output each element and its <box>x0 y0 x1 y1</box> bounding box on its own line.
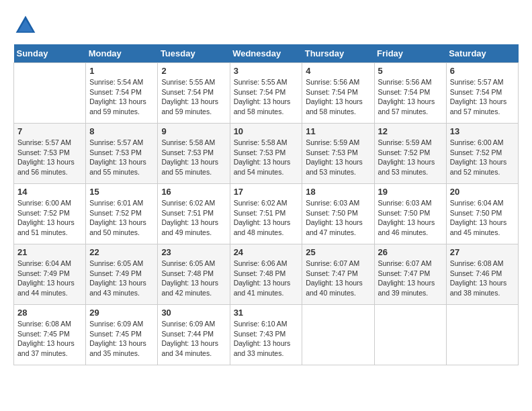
day-number: 29 <box>89 308 154 318</box>
calendar-cell: 14Sunrise: 6:00 AMSunset: 7:52 PMDayligh… <box>14 184 86 244</box>
calendar-week-row: 1Sunrise: 5:54 AMSunset: 7:54 PMDaylight… <box>14 63 519 124</box>
day-info: Sunrise: 6:07 AMSunset: 7:47 PMDaylight:… <box>306 259 370 298</box>
calendar-cell <box>446 305 518 365</box>
day-info: Sunrise: 6:00 AMSunset: 7:52 PMDaylight:… <box>17 198 82 238</box>
calendar-cell <box>302 305 374 365</box>
calendar-cell: 5Sunrise: 5:56 AMSunset: 7:54 PMDaylight… <box>374 63 446 124</box>
weekday-header: Sunday <box>14 44 86 63</box>
calendar-cell: 28Sunrise: 6:08 AMSunset: 7:45 PMDayligh… <box>14 305 86 365</box>
calendar-cell: 12Sunrise: 5:59 AMSunset: 7:52 PMDayligh… <box>374 124 446 184</box>
calendar-cell: 1Sunrise: 5:54 AMSunset: 7:54 PMDaylight… <box>86 63 158 124</box>
calendar-cell: 6Sunrise: 5:57 AMSunset: 7:54 PMDaylight… <box>446 63 518 124</box>
day-number: 8 <box>89 126 154 136</box>
day-number: 5 <box>378 66 443 76</box>
day-info: Sunrise: 6:02 AMSunset: 7:51 PMDaylight:… <box>234 198 299 238</box>
calendar-cell <box>14 63 86 124</box>
day-number: 14 <box>17 187 82 197</box>
day-number: 27 <box>450 247 515 257</box>
day-number: 20 <box>450 187 515 197</box>
calendar-cell: 21Sunrise: 6:04 AMSunset: 7:49 PMDayligh… <box>14 244 86 305</box>
calendar-cell: 18Sunrise: 6:03 AMSunset: 7:50 PMDayligh… <box>302 184 374 244</box>
calendar-cell: 16Sunrise: 6:02 AMSunset: 7:51 PMDayligh… <box>158 184 230 244</box>
calendar-cell <box>374 305 446 365</box>
day-info: Sunrise: 6:00 AMSunset: 7:52 PMDaylight:… <box>450 138 515 177</box>
calendar-week-row: 21Sunrise: 6:04 AMSunset: 7:49 PMDayligh… <box>14 244 519 305</box>
day-number: 1 <box>89 66 154 76</box>
day-number: 22 <box>89 247 154 257</box>
calendar-week-row: 7Sunrise: 5:57 AMSunset: 7:53 PMDaylight… <box>14 124 519 184</box>
day-number: 17 <box>234 187 299 197</box>
calendar-week-row: 28Sunrise: 6:08 AMSunset: 7:45 PMDayligh… <box>14 305 519 365</box>
calendar-cell: 26Sunrise: 6:07 AMSunset: 7:47 PMDayligh… <box>374 244 446 305</box>
day-info: Sunrise: 6:05 AMSunset: 7:49 PMDaylight:… <box>89 259 154 298</box>
day-number: 16 <box>161 187 226 197</box>
day-info: Sunrise: 5:57 AMSunset: 7:53 PMDaylight:… <box>17 138 82 177</box>
day-number: 2 <box>161 66 226 76</box>
day-info: Sunrise: 6:09 AMSunset: 7:44 PMDaylight:… <box>161 319 226 359</box>
day-info: Sunrise: 6:08 AMSunset: 7:46 PMDaylight:… <box>450 259 515 298</box>
day-number: 21 <box>17 247 82 257</box>
day-number: 9 <box>161 126 226 136</box>
calendar-cell: 17Sunrise: 6:02 AMSunset: 7:51 PMDayligh… <box>230 184 302 244</box>
weekday-header: Wednesday <box>230 44 302 63</box>
calendar-cell: 27Sunrise: 6:08 AMSunset: 7:46 PMDayligh… <box>446 244 518 305</box>
logo <box>13 13 42 38</box>
calendar-cell: 10Sunrise: 5:58 AMSunset: 7:53 PMDayligh… <box>230 124 302 184</box>
day-info: Sunrise: 5:59 AMSunset: 7:53 PMDaylight:… <box>306 138 370 177</box>
day-info: Sunrise: 5:58 AMSunset: 7:53 PMDaylight:… <box>234 138 299 177</box>
day-number: 30 <box>161 308 226 318</box>
weekday-header: Thursday <box>302 44 374 63</box>
day-info: Sunrise: 6:04 AMSunset: 7:50 PMDaylight:… <box>450 198 515 238</box>
weekday-header: Tuesday <box>158 44 230 63</box>
day-info: Sunrise: 5:57 AMSunset: 7:53 PMDaylight:… <box>89 138 154 177</box>
day-number: 15 <box>89 187 154 197</box>
calendar-cell: 2Sunrise: 5:55 AMSunset: 7:54 PMDaylight… <box>158 63 230 124</box>
day-info: Sunrise: 5:59 AMSunset: 7:52 PMDaylight:… <box>378 138 443 177</box>
day-number: 12 <box>378 126 443 136</box>
calendar-table: SundayMondayTuesdayWednesdayThursdayFrid… <box>13 44 519 365</box>
day-info: Sunrise: 5:55 AMSunset: 7:54 PMDaylight:… <box>234 77 299 117</box>
day-info: Sunrise: 5:57 AMSunset: 7:54 PMDaylight:… <box>450 77 515 117</box>
day-number: 23 <box>161 247 226 257</box>
calendar-week-row: 14Sunrise: 6:00 AMSunset: 7:52 PMDayligh… <box>14 184 519 244</box>
day-number: 24 <box>234 247 299 257</box>
calendar-cell: 11Sunrise: 5:59 AMSunset: 7:53 PMDayligh… <box>302 124 374 184</box>
day-number: 6 <box>450 66 515 76</box>
day-info: Sunrise: 5:54 AMSunset: 7:54 PMDaylight:… <box>89 77 154 117</box>
day-info: Sunrise: 6:10 AMSunset: 7:43 PMDaylight:… <box>234 319 299 359</box>
day-number: 4 <box>306 66 370 76</box>
day-number: 25 <box>306 247 370 257</box>
calendar-cell: 3Sunrise: 5:55 AMSunset: 7:54 PMDaylight… <box>230 63 302 124</box>
day-info: Sunrise: 6:07 AMSunset: 7:47 PMDaylight:… <box>378 259 443 298</box>
calendar-cell: 4Sunrise: 5:56 AMSunset: 7:54 PMDaylight… <box>302 63 374 124</box>
logo-icon <box>13 13 38 38</box>
page-header <box>13 13 519 38</box>
day-number: 13 <box>450 126 515 136</box>
weekday-header: Saturday <box>446 44 518 63</box>
day-info: Sunrise: 5:55 AMSunset: 7:54 PMDaylight:… <box>161 77 226 117</box>
day-info: Sunrise: 6:05 AMSunset: 7:48 PMDaylight:… <box>161 259 226 298</box>
day-number: 26 <box>378 247 443 257</box>
day-number: 31 <box>234 308 299 318</box>
day-number: 10 <box>234 126 299 136</box>
calendar-cell: 29Sunrise: 6:09 AMSunset: 7:45 PMDayligh… <box>86 305 158 365</box>
calendar-cell: 7Sunrise: 5:57 AMSunset: 7:53 PMDaylight… <box>14 124 86 184</box>
calendar-cell: 22Sunrise: 6:05 AMSunset: 7:49 PMDayligh… <box>86 244 158 305</box>
day-info: Sunrise: 5:56 AMSunset: 7:54 PMDaylight:… <box>306 77 370 117</box>
day-info: Sunrise: 5:56 AMSunset: 7:54 PMDaylight:… <box>378 77 443 117</box>
day-info: Sunrise: 6:09 AMSunset: 7:45 PMDaylight:… <box>89 319 154 359</box>
calendar-cell: 30Sunrise: 6:09 AMSunset: 7:44 PMDayligh… <box>158 305 230 365</box>
day-number: 7 <box>17 126 82 136</box>
calendar-cell: 9Sunrise: 5:58 AMSunset: 7:53 PMDaylight… <box>158 124 230 184</box>
day-info: Sunrise: 6:06 AMSunset: 7:48 PMDaylight:… <box>234 259 299 298</box>
calendar-cell: 25Sunrise: 6:07 AMSunset: 7:47 PMDayligh… <box>302 244 374 305</box>
calendar-cell: 15Sunrise: 6:01 AMSunset: 7:52 PMDayligh… <box>86 184 158 244</box>
day-number: 18 <box>306 187 370 197</box>
day-info: Sunrise: 6:03 AMSunset: 7:50 PMDaylight:… <box>306 198 370 238</box>
calendar-cell: 19Sunrise: 6:03 AMSunset: 7:50 PMDayligh… <box>374 184 446 244</box>
day-number: 11 <box>306 126 370 136</box>
calendar-cell: 20Sunrise: 6:04 AMSunset: 7:50 PMDayligh… <box>446 184 518 244</box>
day-info: Sunrise: 6:08 AMSunset: 7:45 PMDaylight:… <box>17 319 82 359</box>
day-info: Sunrise: 6:04 AMSunset: 7:49 PMDaylight:… <box>17 259 82 298</box>
day-number: 19 <box>378 187 443 197</box>
